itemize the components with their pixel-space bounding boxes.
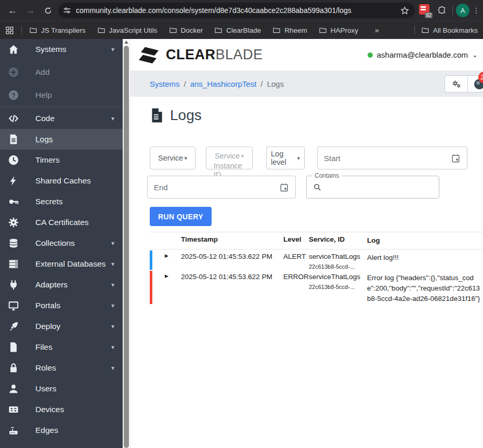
reload-button[interactable] bbox=[41, 3, 55, 18]
caret-down-icon: ▾ bbox=[241, 152, 244, 161]
sidebar: Systems▾Add?HelpCode▾LogsTimersShared Ca… bbox=[0, 39, 123, 448]
sidebar-item-label: Users bbox=[35, 384, 114, 393]
forward-button[interactable]: → bbox=[23, 3, 37, 18]
breadcrumb: Systems/ans_HashicorpTest/Logs bbox=[150, 80, 284, 88]
apps-grid-icon[interactable] bbox=[5, 26, 14, 35]
bookmarks-divider-2 bbox=[414, 26, 415, 34]
contains-field[interactable]: Contains bbox=[306, 176, 439, 199]
bookmark-item[interactable]: Rheem bbox=[272, 26, 307, 34]
caret-down-icon: ▾ bbox=[111, 344, 114, 351]
folder-icon bbox=[97, 26, 106, 34]
breadcrumb-link[interactable]: ans_HashicorpTest bbox=[190, 80, 257, 88]
bookmark-item[interactable]: JavaScript Utils bbox=[97, 26, 158, 34]
search-icon bbox=[313, 183, 322, 192]
sidebar-item-help: ?Help bbox=[0, 85, 123, 106]
log-level-filter-button[interactable]: Log level▾ bbox=[266, 147, 305, 169]
clearblade-logo-icon bbox=[138, 44, 162, 66]
toolbar-divider bbox=[452, 6, 453, 15]
sidebar-item-portals[interactable]: Portals▾ bbox=[0, 295, 123, 316]
url-text: community.clearblade.com/console/system/… bbox=[76, 6, 396, 15]
log-service-id: 22c613b8-5ccd-... bbox=[309, 284, 367, 290]
sidebar-item-edges[interactable]: Edges bbox=[0, 420, 123, 441]
sidebar-item-collections[interactable]: Collections▾ bbox=[0, 233, 123, 254]
calendar-icon[interactable] bbox=[279, 182, 289, 192]
circle-icon bbox=[7, 445, 20, 448]
contains-label: Contains bbox=[312, 172, 342, 179]
start-date-field[interactable] bbox=[317, 147, 467, 169]
service-filter-button[interactable]: Service▾ bbox=[150, 147, 195, 169]
breadcrumb-link[interactable]: Systems bbox=[150, 80, 180, 88]
sidebar-scrollbar[interactable] bbox=[123, 39, 130, 448]
back-button[interactable]: ← bbox=[5, 3, 20, 18]
bookmark-item[interactable]: JS Transpilers bbox=[29, 26, 86, 34]
start-date-input[interactable] bbox=[324, 154, 451, 163]
sidebar-item-users[interactable]: Users bbox=[0, 378, 123, 399]
bookmarks-overflow-button[interactable]: » bbox=[375, 26, 379, 34]
expand-row-icon[interactable]: ▶ bbox=[165, 273, 168, 304]
plug-icon bbox=[7, 279, 20, 291]
log-message: Error log {"headers":{},"status_code":20… bbox=[367, 271, 483, 304]
sidebar-item-files[interactable]: Files▾ bbox=[0, 337, 123, 358]
bookmark-item[interactable]: Docker bbox=[169, 26, 203, 34]
sidebar-item-ca-certificates[interactable]: CA Certificates bbox=[0, 212, 123, 233]
clearblade-logo: CLEARBLADE bbox=[138, 44, 263, 66]
browser-avatar[interactable]: A bbox=[456, 4, 469, 17]
online-status-dot bbox=[368, 52, 373, 58]
scroll-up-arrow[interactable] bbox=[124, 41, 128, 44]
sidebar-item-label: Shared Caches bbox=[35, 176, 114, 186]
sidebar-item-label: Logs bbox=[35, 135, 114, 144]
extensions-menu-button[interactable] bbox=[435, 3, 449, 18]
account-menu[interactable]: asharma@clearblade.com ⌄ bbox=[368, 50, 478, 59]
sidebar-item-timers[interactable]: Timers bbox=[0, 150, 123, 170]
sidebar-item-deploy[interactable]: Deploy▾ bbox=[0, 316, 123, 337]
sidebar-item-messaging[interactable]: Messaging bbox=[0, 441, 123, 448]
bookmark-item[interactable]: ClearBlade bbox=[214, 26, 261, 34]
site-settings-icon[interactable] bbox=[62, 6, 72, 15]
caret-down-icon: ▾ bbox=[184, 155, 187, 162]
sidebar-item-roles[interactable]: Roles▾ bbox=[0, 358, 123, 378]
sidebar-item-adapters[interactable]: Adapters▾ bbox=[0, 274, 123, 295]
service-instance-filter-button: Service▾ Instance ID bbox=[206, 147, 253, 169]
sidebar-item-external-databases[interactable]: External Databases▾ bbox=[0, 254, 123, 274]
address-bar[interactable]: community.clearblade.com/console/system/… bbox=[58, 3, 415, 18]
sidebar-item-devices[interactable]: Devices bbox=[0, 399, 123, 420]
database-icon bbox=[7, 237, 20, 249]
calendar-icon[interactable] bbox=[451, 153, 461, 163]
logs-icon bbox=[7, 133, 20, 146]
settings-button[interactable] bbox=[445, 75, 468, 93]
all-bookmarks-button[interactable]: All Bookmarks bbox=[421, 26, 478, 34]
run-query-button[interactable]: RUN QUERY bbox=[150, 207, 212, 226]
sidebar-item-shared-caches[interactable]: Shared Caches bbox=[0, 170, 123, 191]
bookmark-item[interactable]: HAProxy bbox=[319, 26, 358, 34]
sidebar-item-logs[interactable]: Logs bbox=[0, 129, 123, 150]
end-date-input[interactable] bbox=[154, 183, 279, 192]
sidebar-item-secrets[interactable]: Secrets bbox=[0, 191, 123, 212]
notifications-button[interactable]: 24 bbox=[468, 75, 483, 93]
contains-input[interactable] bbox=[326, 183, 433, 192]
sidebar-item-label: External Databases bbox=[35, 259, 109, 269]
caret-down-icon: ▾ bbox=[111, 46, 114, 53]
gear-icon bbox=[7, 216, 20, 229]
caret-down-icon: ▾ bbox=[111, 302, 114, 309]
log-row: ▶2025-05-12 01:45:53.622 PMERRORserviceT… bbox=[150, 271, 483, 304]
log-timestamp: 2025-05-12 01:45:53.622 PM bbox=[181, 251, 283, 270]
log-message: Alert log!!! bbox=[367, 251, 483, 270]
sidebar-item-code[interactable]: Code▾ bbox=[0, 108, 123, 129]
help-icon: ? bbox=[7, 89, 20, 101]
sidebar-item-label: Roles bbox=[35, 363, 109, 373]
caret-down-icon: ▾ bbox=[297, 155, 300, 162]
sidebar-item-label: Code bbox=[35, 114, 109, 123]
browser-menu-button[interactable]: ⋮⋮ bbox=[473, 6, 478, 15]
extension-button[interactable]: 92 bbox=[418, 4, 432, 17]
folder-icon bbox=[169, 26, 177, 34]
bookmark-star-icon[interactable] bbox=[400, 6, 410, 16]
expand-row-icon[interactable]: ▶ bbox=[165, 253, 168, 270]
scrollbar-thumb[interactable] bbox=[124, 46, 129, 448]
bookmarks-list: JS TranspilersJavaScript UtilsDockerClea… bbox=[29, 26, 358, 34]
sidebar-item-label: Files bbox=[35, 342, 109, 352]
breadcrumb-bar: Systems/ans_HashicorpTest/Logs 24 bbox=[130, 71, 483, 97]
sidebar-item-systems[interactable]: Systems▾ bbox=[0, 39, 123, 60]
logs-page-icon bbox=[150, 108, 164, 123]
puzzle-icon bbox=[437, 6, 447, 15]
end-date-field[interactable] bbox=[147, 176, 296, 199]
